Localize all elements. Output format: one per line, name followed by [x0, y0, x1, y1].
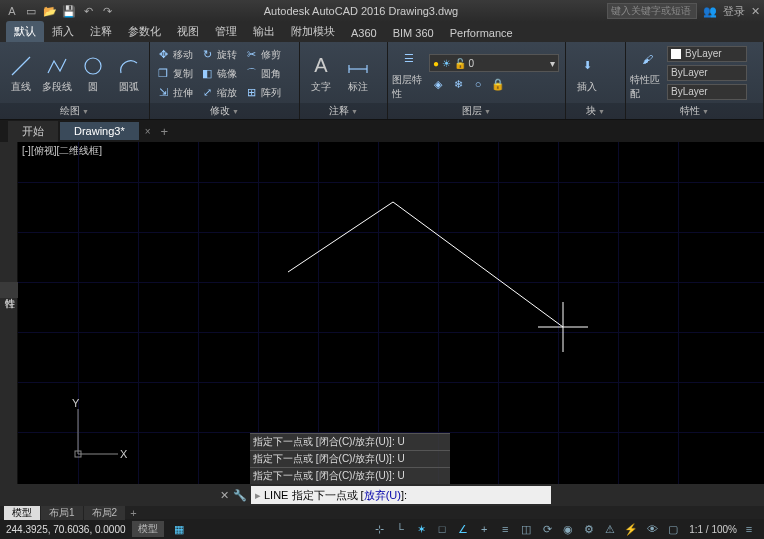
trim-icon: ✂ [244, 48, 258, 62]
array-button[interactable]: ⊞阵列 [242, 84, 283, 102]
ribbon-tab-parametric[interactable]: 参数化 [120, 21, 169, 42]
close-tab-icon[interactable]: × [145, 126, 151, 137]
ribbon-tab-performance[interactable]: Performance [442, 24, 521, 42]
exchange-icon[interactable]: ✕ [751, 5, 760, 18]
cmd-options-icon[interactable]: 🔧 [233, 489, 247, 502]
polar-toggle[interactable]: ✶ [412, 521, 430, 537]
panel-title-draw[interactable]: 绘图 [0, 103, 149, 119]
annotation-scale[interactable]: 1:1 / 100% [689, 524, 737, 535]
line-button[interactable]: 直线 [4, 44, 37, 103]
dyn-input-toggle[interactable]: + [475, 521, 493, 537]
lineweight-toggle[interactable]: ≡ [496, 521, 514, 537]
svg-line-6 [393, 202, 563, 327]
lightbulb-icon: ● [433, 58, 439, 69]
new-layout-button[interactable]: + [130, 507, 136, 519]
layer-iso-button[interactable]: ◈ [429, 75, 447, 93]
infocenter-icon[interactable]: 👥 [703, 5, 717, 18]
new-tab-button[interactable]: + [161, 124, 169, 139]
copy-icon: ❐ [156, 67, 170, 81]
dimension-icon [346, 54, 370, 78]
lineweight-combo[interactable]: ByLayer [667, 84, 747, 100]
ribbon-tab-output[interactable]: 输出 [245, 21, 283, 42]
layer-freeze-button[interactable]: ❄ [449, 75, 467, 93]
circle-icon [81, 54, 105, 78]
fillet-icon: ⌒ [244, 67, 258, 81]
copy-button[interactable]: ❐复制 [154, 65, 195, 83]
scale-icon: ⤢ [200, 86, 214, 100]
arc-icon [117, 54, 141, 78]
qat-new-icon[interactable]: ▭ [23, 3, 39, 19]
otrack-toggle[interactable]: ∠ [454, 521, 472, 537]
linetype-combo[interactable]: ByLayer [667, 65, 747, 81]
layer-off-button[interactable]: ○ [469, 75, 487, 93]
ortho-toggle[interactable]: └ [391, 521, 409, 537]
insert-block-button[interactable]: ⬇ 插入 [570, 44, 604, 103]
svg-line-5 [288, 202, 393, 272]
color-combo[interactable]: ByLayer [667, 46, 747, 62]
arc-button[interactable]: 圆弧 [112, 44, 145, 103]
hardware-accel[interactable]: ⚡ [622, 521, 640, 537]
qat-undo-icon[interactable]: ↶ [80, 3, 96, 19]
app-menu-icon[interactable]: A [4, 3, 20, 19]
workspace-button[interactable]: ⚙ [580, 521, 598, 537]
circle-button[interactable]: 圆 [76, 44, 109, 103]
panel-title-block[interactable]: 块 [566, 103, 625, 119]
ribbon-tab-default[interactable]: 默认 [6, 21, 44, 42]
trim-button[interactable]: ✂修剪 [242, 46, 283, 64]
ribbon-tab-manage[interactable]: 管理 [207, 21, 245, 42]
properties-palette-tab[interactable]: 特性 [0, 282, 18, 298]
qat-redo-icon[interactable]: ↷ [99, 3, 115, 19]
coordinates-readout[interactable]: 244.3925, 70.6036, 0.0000 [6, 524, 126, 535]
ribbon-tab-bim360[interactable]: BIM 360 [385, 24, 442, 42]
ribbon-tab-annotate[interactable]: 注释 [82, 21, 120, 42]
ribbon-tab-addins[interactable]: 附加模块 [283, 21, 343, 42]
osnap-toggle[interactable]: □ [433, 521, 451, 537]
match-properties-button[interactable]: 🖌 特性匹配 [630, 44, 664, 103]
file-tab-drawing[interactable]: Drawing3* [60, 122, 139, 140]
layer-lock-button[interactable]: 🔒 [489, 75, 507, 93]
polyline-button[interactable]: 多段线 [40, 44, 73, 103]
ribbon-tab-insert[interactable]: 插入 [44, 21, 82, 42]
text-button[interactable]: A 文字 [304, 44, 338, 103]
panel-title-layers[interactable]: 图层 [388, 103, 565, 119]
login-button[interactable]: 登录 [723, 4, 745, 19]
qat-save-icon[interactable]: 💾 [61, 3, 77, 19]
3dosnap-toggle[interactable]: ◉ [559, 521, 577, 537]
ucs-icon[interactable]: X Y [58, 399, 138, 469]
dimension-button[interactable]: 标注 [341, 44, 375, 103]
svg-line-0 [12, 57, 30, 75]
layout-tab-1[interactable]: 布局1 [41, 506, 83, 520]
drawing-canvas[interactable]: [-][俯视][二维线框] X Y 指定下一点或 [闭合(C)/放弃(U)]: … [18, 142, 764, 484]
panel-title-props[interactable]: 特性 [626, 103, 763, 119]
file-tab-start[interactable]: 开始 [8, 121, 58, 142]
ribbon-tab-a360[interactable]: A360 [343, 24, 385, 42]
cmd-close-icon[interactable]: ✕ [220, 489, 229, 502]
svg-text:X: X [120, 448, 128, 460]
rotate-button[interactable]: ↻旋转 [198, 46, 239, 64]
ribbon-tab-view[interactable]: 视图 [169, 21, 207, 42]
annotation-monitor[interactable]: ⚠ [601, 521, 619, 537]
stretch-button[interactable]: ⇲拉伸 [154, 84, 195, 102]
grid-toggle[interactable]: ▦ [170, 521, 188, 537]
cycling-toggle[interactable]: ⟳ [538, 521, 556, 537]
layer-properties-button[interactable]: ☰ 图层特性 [392, 44, 426, 103]
qat-open-icon[interactable]: 📂 [42, 3, 58, 19]
panel-title-annot[interactable]: 注释 [300, 103, 387, 119]
space-toggle[interactable]: 模型 [132, 521, 164, 537]
move-button[interactable]: ✥移动 [154, 46, 195, 64]
layer-combo[interactable]: ● ☀ 🔓 0 ▾ [429, 54, 559, 72]
scale-button[interactable]: ⤢缩放 [198, 84, 239, 102]
snap-toggle[interactable]: ⊹ [370, 521, 388, 537]
clean-screen[interactable]: ▢ [664, 521, 682, 537]
transparency-toggle[interactable]: ◫ [517, 521, 535, 537]
lock-icon: 🔓 [454, 58, 466, 69]
fillet-button[interactable]: ⌒圆角 [242, 65, 283, 83]
layout-tab-model[interactable]: 模型 [4, 506, 40, 520]
help-search-input[interactable]: 键入关键字或短语 [607, 3, 697, 19]
customize-statusbar[interactable]: ≡ [740, 521, 758, 537]
panel-title-modify[interactable]: 修改 [150, 103, 299, 119]
mirror-button[interactable]: ◧镜像 [198, 65, 239, 83]
isolate-objects[interactable]: 👁 [643, 521, 661, 537]
command-input[interactable]: ▸ LINE 指定下一点或 [放弃(U)]: [251, 486, 551, 504]
layout-tab-2[interactable]: 布局2 [84, 506, 126, 520]
